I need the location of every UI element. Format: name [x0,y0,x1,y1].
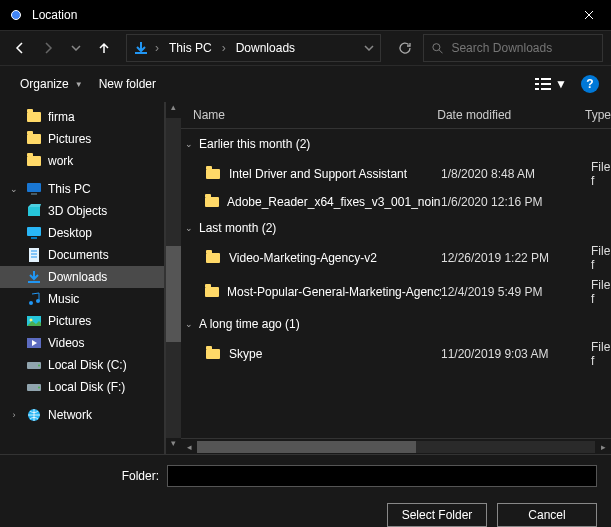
newfolder-button[interactable]: New folder [91,73,164,95]
tree-item-documents[interactable]: Documents [0,244,164,266]
list-item[interactable]: Video-Marketing-Agency-v2 12/26/2019 1:2… [181,241,611,275]
chrome-icon [8,7,24,23]
window-title: Location [32,8,566,22]
tree-item-videos[interactable]: Videos [0,332,164,354]
scroll-right-icon[interactable]: ▸ [595,442,611,452]
item-type: File f [591,244,611,272]
list-item[interactable]: Adobe_Reader_x64_fixes_v3_001_noinstall … [181,191,611,213]
list-item[interactable]: Intel Driver and Support Assistant 1/8/2… [181,157,611,191]
search-box[interactable] [423,34,603,62]
crumb-downloads[interactable]: Downloads [232,41,299,55]
tree-label: Music [48,292,79,306]
tree-item-pictures[interactable]: Pictures [0,128,164,150]
tree-vscroll[interactable]: ▴ ▾ [165,102,181,454]
caret-down-icon: ▼ [75,80,83,89]
item-type: File f [591,278,611,306]
crumb-thispc[interactable]: This PC [165,41,216,55]
item-icon [26,379,42,395]
item-icon [26,335,42,351]
organize-label: Organize [20,77,69,91]
scroll-track[interactable] [166,118,181,438]
toolbar: Organize▼ New folder ▼ ? [0,66,611,102]
item-icon [26,247,42,263]
list-hscroll[interactable]: ◂ ▸ [181,438,611,454]
item-icon [26,203,42,219]
item-type: File f [591,340,611,368]
item-date: 11/20/2019 9:03 AM [441,347,591,361]
crumb-sep-icon: › [222,41,226,55]
tree-item-music[interactable]: Music [0,288,164,310]
group-header[interactable]: ⌄A long time ago (1) [181,309,611,337]
item-name: Most-Popular-General-Marketing-Agency [227,285,441,299]
col-name[interactable]: Name [181,108,437,122]
scroll-left-icon[interactable]: ◂ [181,442,197,452]
tree-item-downloads[interactable]: Downloads [0,266,164,288]
tree-label: This PC [48,182,91,196]
list-item[interactable]: Skype 11/20/2019 9:03 AM File f [181,337,611,371]
group-header[interactable]: ⌄Earlier this month (2) [181,129,611,157]
folder-input[interactable] [167,465,597,487]
scroll-up-icon[interactable]: ▴ [166,102,181,118]
chevron-down-icon [364,45,374,51]
tree-label: Downloads [48,270,107,284]
navbar: › This PC › Downloads [0,30,611,66]
back-button[interactable] [8,36,32,60]
svg-rect-7 [27,183,41,192]
item-icon [26,313,42,329]
tree-item-3d-objects[interactable]: 3D Objects [0,200,164,222]
svg-rect-10 [27,227,41,236]
view-button[interactable]: ▼ [531,73,571,95]
folder-icon [205,346,221,362]
folder-label: Folder: [122,469,159,483]
scroll-thumb[interactable] [166,246,181,342]
tree-label: work [48,154,73,168]
up-button[interactable] [92,36,116,60]
item-date: 12/26/2019 1:22 PM [441,251,591,265]
folder-icon [26,131,42,147]
organize-button[interactable]: Organize▼ [12,73,91,95]
file-list: Name Date modified Type ⌄Earlier this mo… [181,102,611,454]
tree-item-desktop[interactable]: Desktop [0,222,164,244]
group-title: A long time ago (1) [199,317,300,331]
tree-item-pictures[interactable]: Pictures [0,310,164,332]
tree-item-local-disk-c-[interactable]: Local Disk (C:) [0,354,164,376]
folder-icon [26,153,42,169]
col-type[interactable]: Type [585,108,611,122]
select-folder-button[interactable]: Select Folder [387,503,487,527]
close-button[interactable] [566,0,611,30]
tree-item-firma[interactable]: firma [0,106,164,128]
expand-icon[interactable]: › [8,410,20,420]
tree-label: 3D Objects [48,204,107,218]
address-bar[interactable]: › This PC › Downloads [126,34,381,62]
scroll-track[interactable] [197,441,595,453]
details-view-icon [535,77,551,91]
tree-label: Documents [48,248,109,262]
folder-icon [205,194,219,210]
cancel-button[interactable]: Cancel [497,503,597,527]
scroll-thumb[interactable] [197,441,416,453]
chevron-down-icon [71,45,81,51]
svg-point-13 [29,301,33,305]
refresh-icon [398,41,412,55]
tree-item-thispc[interactable]: ⌄This PC [0,178,164,200]
collapse-icon[interactable]: ⌄ [8,184,20,194]
col-date[interactable]: Date modified [437,108,585,122]
svg-rect-6 [541,88,551,90]
footer: Folder: Select Folder Cancel [0,454,611,527]
forward-button[interactable] [36,36,60,60]
scroll-down-icon[interactable]: ▾ [166,438,181,454]
list-item[interactable]: Most-Popular-General-Marketing-Agency 12… [181,275,611,309]
group-header[interactable]: ⌄Last month (2) [181,213,611,241]
tree-label: Videos [48,336,84,350]
refresh-button[interactable] [391,41,419,55]
recent-button[interactable] [64,36,88,60]
tree-item-network[interactable]: ›Network [0,404,164,426]
svg-rect-4 [541,83,551,85]
tree-item-work[interactable]: work [0,150,164,172]
address-dropdown[interactable] [364,45,374,51]
group-title: Earlier this month (2) [199,137,310,151]
help-button[interactable]: ? [581,75,599,93]
body: firmaPictureswork⌄This PC3D ObjectsDeskt… [0,102,611,454]
search-input[interactable] [451,41,594,55]
tree-item-local-disk-f-[interactable]: Local Disk (F:) [0,376,164,398]
